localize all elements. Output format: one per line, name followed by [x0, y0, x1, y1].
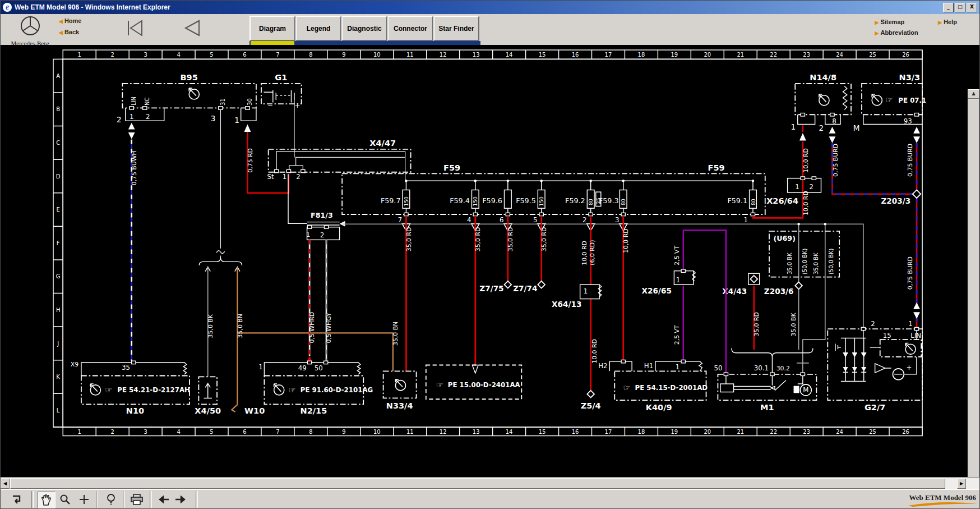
connector-x64-13[interactable]: 1 X64/13	[552, 285, 602, 309]
vertical-scroll-thumb[interactable]	[968, 99, 979, 502]
fuse-f59-7[interactable]: F59.7 150 7	[381, 180, 410, 224]
horizontal-scroll-thumb[interactable]	[10, 479, 945, 489]
pointing-hand-icon: ☞	[105, 386, 112, 395]
ruler-column-top: 8	[309, 52, 312, 58]
tab-diagram[interactable]: Diagram	[249, 16, 295, 41]
vertical-scrollbar[interactable]: ▲ ▼	[968, 89, 979, 509]
close-button[interactable]: X	[967, 3, 977, 12]
step-back-button[interactable]	[180, 17, 204, 39]
connector-x4-50[interactable]: X4/50	[195, 377, 221, 415]
pin-number: 30.1	[754, 364, 769, 372]
zoom-button[interactable]	[57, 492, 73, 507]
connector-x26-64[interactable]: 1 2 X26/64	[766, 177, 821, 205]
diagram-viewport[interactable]: B95 LIN NC 31 30 1 2 2 3 1 G1 − +	[1, 45, 980, 477]
previous-page-button[interactable]	[155, 492, 172, 507]
connector-label: X9	[71, 361, 78, 368]
horizontal-scrollbar[interactable]: ◀ ▶	[1, 477, 980, 490]
harness-u69[interactable]: (U69) 35,0 BK (50,0 BK) 35,0 BK (50,0 BK…	[769, 231, 839, 277]
home-link[interactable]: ◀Home	[59, 17, 81, 24]
fuse-name: F59.6	[482, 196, 502, 205]
window-title: Web ETM Model 906 - Windows Internet Exp…	[15, 3, 170, 11]
ruler-column-bottom: 7	[276, 429, 279, 435]
ruler-column-top: 25	[869, 52, 876, 58]
ruler-row-letter: J	[57, 341, 59, 347]
highlight-button[interactable]	[103, 492, 119, 507]
fuse-pin: 1	[743, 216, 748, 224]
wire-label: 35,0 BN	[392, 322, 399, 346]
ruler-column-top: 6	[243, 52, 246, 58]
bulb-icon	[107, 493, 115, 506]
fuse-f59-6[interactable]: F59.6 6	[482, 180, 511, 224]
scroll-left-button[interactable]: ◀	[1, 479, 10, 489]
tab-star-finder[interactable]: Star Finder	[433, 16, 479, 41]
component-m1[interactable]: 50 30.1 30.2 M M1	[714, 364, 817, 412]
pin-number: 1	[908, 320, 913, 328]
component-n2-15[interactable]: 1 49 50 ☞ PE 91.60-D-2101AG N2/15	[258, 361, 373, 415]
tab-diagnostic[interactable]: Diagnostic	[341, 16, 387, 41]
wire-label: 35,0 RD	[507, 227, 514, 252]
ruler-column-top: 17	[605, 52, 612, 58]
wire-label: 10,0 RD	[802, 191, 810, 215]
wire-label: (6,0 RD)	[589, 240, 596, 265]
zoom-in-button[interactable]	[76, 492, 93, 507]
wire-label: 35,0 BN	[237, 314, 244, 338]
fuse-f59-1[interactable]: F59.1 80 1	[727, 180, 756, 224]
connector-x26-65[interactable]: 1 X26/65	[642, 269, 696, 296]
skip-to-start-button[interactable]	[123, 17, 146, 39]
ruler-column-bottom: 19	[671, 429, 678, 435]
sitemap-link[interactable]: ▶Sitemap	[875, 19, 905, 25]
scroll-right-button[interactable]: ▶	[957, 479, 966, 489]
component-n33-4[interactable]: N33/4	[383, 371, 417, 410]
back-link[interactable]: ◀Back	[59, 29, 81, 35]
component-k40-9[interactable]: H2 H1 1 ☞ PE 54.15-D-2001AD K40/9	[598, 360, 708, 412]
wire-0-75-burd-left: 0,75 BURD	[829, 127, 913, 194]
splice-label: Z203/6	[764, 287, 794, 296]
ruler-column-top: 1	[78, 52, 81, 58]
ruler-column-bottom: 26	[902, 429, 909, 435]
window-title-bar[interactable]: e Web ETM Model 906 - Windows Internet E…	[1, 1, 979, 14]
fuse-amp: 80	[751, 199, 756, 205]
minimize-button[interactable]: _	[943, 3, 954, 12]
toolbar-separator	[96, 491, 98, 508]
ruler-column-bottom: 10	[373, 429, 381, 435]
pin-label-m: M	[853, 123, 860, 132]
component-n3-3[interactable]: N3/3 ☞ PE 07.1 93 M	[853, 73, 927, 133]
pin-number: 15	[883, 332, 891, 340]
wire-label: 0,75 BUWH	[131, 150, 138, 185]
scroll-up-button[interactable]: ▲	[968, 89, 979, 99]
connector-x4-47[interactable]: X4/47 St 1 2	[267, 100, 411, 181]
abbreviation-link[interactable]: ▶Abbreviation	[875, 29, 918, 36]
wire-label: 0,5 WHGY	[325, 313, 332, 343]
tab-strip	[249, 41, 480, 45]
component-b95[interactable]: B95 LIN NC 31 30 1 2 2 3 1	[117, 73, 256, 125]
pin-number-outer: 3	[211, 114, 216, 123]
fuse-amp: 150	[539, 196, 544, 207]
fuse-f81-3[interactable]: F81/3 1 2	[288, 174, 345, 240]
wire-0-5-whrd: 0,5 WHRD	[307, 240, 316, 363]
tab-connector[interactable]: Connector	[387, 16, 433, 41]
help-link[interactable]: ▶Help	[938, 19, 957, 25]
fuse-f59-5[interactable]: F59.5 150 5	[516, 180, 545, 224]
component-label: X4/47	[369, 139, 396, 148]
component-g1[interactable]: G1 − +	[261, 73, 302, 110]
hand-icon	[41, 494, 52, 506]
next-page-button[interactable]	[172, 492, 189, 507]
component-label: N10	[126, 406, 144, 415]
print-button[interactable]	[128, 492, 145, 507]
fuse-amp: 150	[473, 196, 478, 207]
component-g2-7[interactable]: 2 1 15 LIN + G2/7	[828, 320, 922, 412]
ruler-column-top: 11	[406, 52, 414, 58]
undo-button[interactable]	[8, 492, 25, 507]
component-n14-8[interactable]: N14/8 8 1 2	[791, 73, 852, 133]
pin-label-31: 31	[220, 98, 226, 106]
tab-legend[interactable]: Legend	[295, 16, 341, 41]
component-n10[interactable]: 35 X9 ☞ PE 54.21-D-2127AH N10	[71, 361, 190, 415]
ground-label-w10: W10	[244, 406, 265, 415]
fuse-f59-4[interactable]: F59.4 150 4	[450, 180, 479, 224]
fuse-f59-2[interactable]: F59.2 80 2	[565, 180, 594, 224]
maximize-button[interactable]: □	[955, 3, 965, 12]
pan-hand-button[interactable]	[38, 492, 56, 508]
ruler-column-bottom: 2	[111, 429, 114, 435]
ruler-column-bottom: 13	[473, 429, 480, 435]
component-label: X64/13	[552, 300, 581, 309]
